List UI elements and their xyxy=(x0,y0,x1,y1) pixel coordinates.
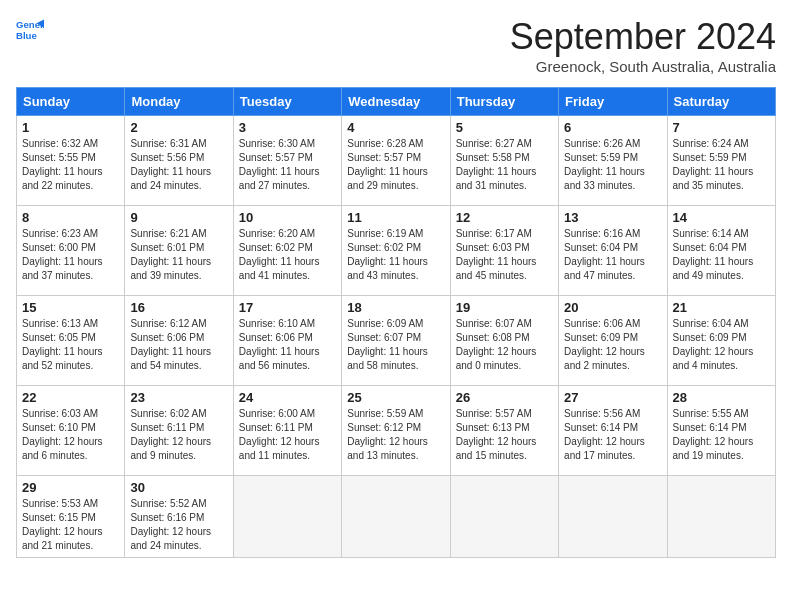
day-number: 26 xyxy=(456,390,553,405)
calendar-cell: 16 Sunrise: 6:12 AMSunset: 6:06 PMDaylig… xyxy=(125,296,233,386)
calendar-table: SundayMondayTuesdayWednesdayThursdayFrid… xyxy=(16,87,776,558)
cell-info: Sunrise: 6:24 AMSunset: 5:59 PMDaylight:… xyxy=(673,138,754,191)
calendar-week-row: 29 Sunrise: 5:53 AMSunset: 6:15 PMDaylig… xyxy=(17,476,776,558)
calendar-cell: 23 Sunrise: 6:02 AMSunset: 6:11 PMDaylig… xyxy=(125,386,233,476)
day-number: 28 xyxy=(673,390,770,405)
day-number: 20 xyxy=(564,300,661,315)
svg-text:Blue: Blue xyxy=(16,30,37,41)
day-number: 2 xyxy=(130,120,227,135)
calendar-cell: 9 Sunrise: 6:21 AMSunset: 6:01 PMDayligh… xyxy=(125,206,233,296)
cell-info: Sunrise: 6:03 AMSunset: 6:10 PMDaylight:… xyxy=(22,408,103,461)
day-number: 25 xyxy=(347,390,444,405)
cell-info: Sunrise: 5:56 AMSunset: 6:14 PMDaylight:… xyxy=(564,408,645,461)
cell-info: Sunrise: 6:12 AMSunset: 6:06 PMDaylight:… xyxy=(130,318,211,371)
calendar-cell: 10 Sunrise: 6:20 AMSunset: 6:02 PMDaylig… xyxy=(233,206,341,296)
weekday-header: Tuesday xyxy=(233,88,341,116)
cell-info: Sunrise: 6:26 AMSunset: 5:59 PMDaylight:… xyxy=(564,138,645,191)
weekday-header: Friday xyxy=(559,88,667,116)
cell-info: Sunrise: 6:27 AMSunset: 5:58 PMDaylight:… xyxy=(456,138,537,191)
calendar-cell: 14 Sunrise: 6:14 AMSunset: 6:04 PMDaylig… xyxy=(667,206,775,296)
weekday-header: Saturday xyxy=(667,88,775,116)
calendar-cell: 28 Sunrise: 5:55 AMSunset: 6:14 PMDaylig… xyxy=(667,386,775,476)
day-number: 16 xyxy=(130,300,227,315)
day-number: 10 xyxy=(239,210,336,225)
weekday-header: Thursday xyxy=(450,88,558,116)
cell-info: Sunrise: 5:55 AMSunset: 6:14 PMDaylight:… xyxy=(673,408,754,461)
day-number: 22 xyxy=(22,390,119,405)
day-number: 11 xyxy=(347,210,444,225)
cell-info: Sunrise: 6:17 AMSunset: 6:03 PMDaylight:… xyxy=(456,228,537,281)
cell-info: Sunrise: 5:52 AMSunset: 6:16 PMDaylight:… xyxy=(130,498,211,551)
day-number: 13 xyxy=(564,210,661,225)
day-number: 15 xyxy=(22,300,119,315)
cell-info: Sunrise: 6:30 AMSunset: 5:57 PMDaylight:… xyxy=(239,138,320,191)
calendar-week-row: 8 Sunrise: 6:23 AMSunset: 6:00 PMDayligh… xyxy=(17,206,776,296)
day-number: 3 xyxy=(239,120,336,135)
calendar-cell: 20 Sunrise: 6:06 AMSunset: 6:09 PMDaylig… xyxy=(559,296,667,386)
calendar-week-row: 1 Sunrise: 6:32 AMSunset: 5:55 PMDayligh… xyxy=(17,116,776,206)
weekday-header: Monday xyxy=(125,88,233,116)
day-number: 14 xyxy=(673,210,770,225)
page-header: General Blue September 2024 Greenock, So… xyxy=(16,16,776,75)
cell-info: Sunrise: 6:23 AMSunset: 6:00 PMDaylight:… xyxy=(22,228,103,281)
weekday-header-row: SundayMondayTuesdayWednesdayThursdayFrid… xyxy=(17,88,776,116)
day-number: 17 xyxy=(239,300,336,315)
month-title: September 2024 xyxy=(510,16,776,58)
calendar-cell xyxy=(667,476,775,558)
calendar-cell: 3 Sunrise: 6:30 AMSunset: 5:57 PMDayligh… xyxy=(233,116,341,206)
cell-info: Sunrise: 6:28 AMSunset: 5:57 PMDaylight:… xyxy=(347,138,428,191)
day-number: 23 xyxy=(130,390,227,405)
calendar-cell: 30 Sunrise: 5:52 AMSunset: 6:16 PMDaylig… xyxy=(125,476,233,558)
day-number: 9 xyxy=(130,210,227,225)
weekday-header: Wednesday xyxy=(342,88,450,116)
cell-info: Sunrise: 6:19 AMSunset: 6:02 PMDaylight:… xyxy=(347,228,428,281)
cell-info: Sunrise: 6:13 AMSunset: 6:05 PMDaylight:… xyxy=(22,318,103,371)
calendar-cell: 5 Sunrise: 6:27 AMSunset: 5:58 PMDayligh… xyxy=(450,116,558,206)
calendar-cell: 26 Sunrise: 5:57 AMSunset: 6:13 PMDaylig… xyxy=(450,386,558,476)
calendar-cell: 19 Sunrise: 6:07 AMSunset: 6:08 PMDaylig… xyxy=(450,296,558,386)
title-block: September 2024 Greenock, South Australia… xyxy=(510,16,776,75)
calendar-cell: 7 Sunrise: 6:24 AMSunset: 5:59 PMDayligh… xyxy=(667,116,775,206)
cell-info: Sunrise: 6:07 AMSunset: 6:08 PMDaylight:… xyxy=(456,318,537,371)
day-number: 12 xyxy=(456,210,553,225)
day-number: 18 xyxy=(347,300,444,315)
cell-info: Sunrise: 6:16 AMSunset: 6:04 PMDaylight:… xyxy=(564,228,645,281)
calendar-cell xyxy=(559,476,667,558)
cell-info: Sunrise: 6:21 AMSunset: 6:01 PMDaylight:… xyxy=(130,228,211,281)
calendar-week-row: 22 Sunrise: 6:03 AMSunset: 6:10 PMDaylig… xyxy=(17,386,776,476)
calendar-cell: 22 Sunrise: 6:03 AMSunset: 6:10 PMDaylig… xyxy=(17,386,125,476)
calendar-cell: 27 Sunrise: 5:56 AMSunset: 6:14 PMDaylig… xyxy=(559,386,667,476)
calendar-cell xyxy=(233,476,341,558)
cell-info: Sunrise: 5:53 AMSunset: 6:15 PMDaylight:… xyxy=(22,498,103,551)
day-number: 7 xyxy=(673,120,770,135)
day-number: 4 xyxy=(347,120,444,135)
logo-icon: General Blue xyxy=(16,16,44,44)
calendar-cell: 12 Sunrise: 6:17 AMSunset: 6:03 PMDaylig… xyxy=(450,206,558,296)
calendar-cell xyxy=(342,476,450,558)
day-number: 5 xyxy=(456,120,553,135)
calendar-cell: 21 Sunrise: 6:04 AMSunset: 6:09 PMDaylig… xyxy=(667,296,775,386)
calendar-cell: 13 Sunrise: 6:16 AMSunset: 6:04 PMDaylig… xyxy=(559,206,667,296)
day-number: 6 xyxy=(564,120,661,135)
cell-info: Sunrise: 6:20 AMSunset: 6:02 PMDaylight:… xyxy=(239,228,320,281)
calendar-cell: 18 Sunrise: 6:09 AMSunset: 6:07 PMDaylig… xyxy=(342,296,450,386)
cell-info: Sunrise: 6:14 AMSunset: 6:04 PMDaylight:… xyxy=(673,228,754,281)
cell-info: Sunrise: 5:59 AMSunset: 6:12 PMDaylight:… xyxy=(347,408,428,461)
calendar-cell: 11 Sunrise: 6:19 AMSunset: 6:02 PMDaylig… xyxy=(342,206,450,296)
day-number: 21 xyxy=(673,300,770,315)
cell-info: Sunrise: 6:06 AMSunset: 6:09 PMDaylight:… xyxy=(564,318,645,371)
cell-info: Sunrise: 6:04 AMSunset: 6:09 PMDaylight:… xyxy=(673,318,754,371)
cell-info: Sunrise: 6:00 AMSunset: 6:11 PMDaylight:… xyxy=(239,408,320,461)
cell-info: Sunrise: 6:31 AMSunset: 5:56 PMDaylight:… xyxy=(130,138,211,191)
calendar-cell: 25 Sunrise: 5:59 AMSunset: 6:12 PMDaylig… xyxy=(342,386,450,476)
day-number: 8 xyxy=(22,210,119,225)
cell-info: Sunrise: 5:57 AMSunset: 6:13 PMDaylight:… xyxy=(456,408,537,461)
calendar-week-row: 15 Sunrise: 6:13 AMSunset: 6:05 PMDaylig… xyxy=(17,296,776,386)
day-number: 1 xyxy=(22,120,119,135)
cell-info: Sunrise: 6:02 AMSunset: 6:11 PMDaylight:… xyxy=(130,408,211,461)
day-number: 19 xyxy=(456,300,553,315)
logo: General Blue xyxy=(16,16,44,44)
calendar-cell: 1 Sunrise: 6:32 AMSunset: 5:55 PMDayligh… xyxy=(17,116,125,206)
day-number: 24 xyxy=(239,390,336,405)
day-number: 27 xyxy=(564,390,661,405)
